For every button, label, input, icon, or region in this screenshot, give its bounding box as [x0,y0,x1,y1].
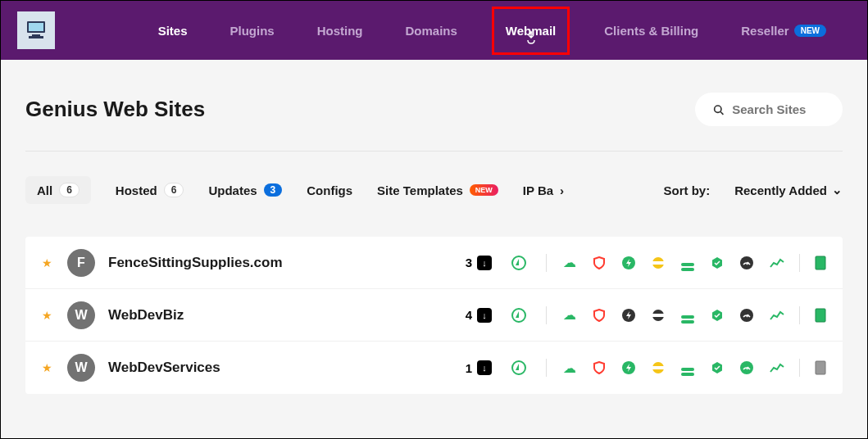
shield-icon[interactable] [593,256,606,269]
updates-count: 3 [466,256,472,269]
site-list: ★ F FenceSittingSupplies.com 3 ↓ ☁ [25,237,843,394]
svg-line-6 [720,111,723,114]
shield-icon[interactable] [593,309,606,322]
doc-icon[interactable] [815,256,826,270]
filter-all[interactable]: All 6 [25,176,91,204]
cloud-icon[interactable]: ☁ [563,307,576,323]
filter-ipba-label: IP Ba [523,183,553,197]
filter-hosted-count: 6 [164,183,184,197]
icon-divider [546,306,547,324]
nav-webmail[interactable]: Webmail [492,7,570,55]
download-icon: ↓ [477,308,492,323]
sail-icon[interactable] [511,360,526,375]
doc-icon[interactable] [815,308,826,323]
chart-icon[interactable] [770,257,784,269]
site-row[interactable]: ★ F FenceSittingSupplies.com 3 ↓ ☁ [25,237,843,289]
sort-dropdown[interactable]: Recently Added ⌄ [734,183,843,197]
filter-templates-label: Site Templates [377,183,463,197]
sort-label: Sort by: [664,183,711,197]
shield-icon[interactable] [593,361,606,374]
chevron-down-icon: ⌄ [832,183,843,197]
top-nav-header: Sites Plugins Hosting Domains Webmail Cl… [1,1,867,60]
filter-updates-label: Updates [208,183,257,197]
nav-sites[interactable]: Sites [150,17,196,44]
dash-icon[interactable] [740,309,753,322]
nav-domains[interactable]: Domains [398,17,466,44]
svg-rect-1 [29,23,43,31]
star-icon[interactable]: ★ [42,309,52,322]
bolt-icon[interactable] [622,361,635,374]
cloud-icon[interactable]: ☁ [563,255,576,270]
updates-count: 1 [466,361,472,375]
chart-icon[interactable] [770,310,784,321]
dash-icon[interactable] [740,361,753,374]
download-icon: ↓ [477,360,492,375]
filter-ipba[interactable]: IP Ba › [523,183,564,197]
svg-rect-13 [816,256,825,269]
doc-icon[interactable] [815,360,826,375]
dash-icon[interactable] [740,256,753,269]
logo-icon [24,20,48,41]
avatar: F [67,249,95,277]
filter-hosted[interactable]: Hosted 6 [116,183,184,197]
filter-templates[interactable]: Site Templates NEW [377,183,498,197]
bars-icon[interactable] [681,360,694,376]
chevron-right-icon: › [560,183,564,197]
disc-icon[interactable] [652,309,665,322]
main-content: Genius Web Sites All 6 Hosted 6 Updates … [1,60,867,439]
site-updates[interactable]: 3 ↓ [466,256,492,270]
disc-icon[interactable] [652,256,665,269]
site-updates[interactable]: 1 ↓ [466,360,492,375]
svg-point-4 [530,32,532,34]
filter-row: All 6 Hosted 6 Updates 3 Configs Site Te… [25,176,843,204]
templates-new-badge: NEW [470,184,498,196]
site-name[interactable]: WebDevServices [108,360,466,376]
search-icon [713,103,724,116]
icon-divider [546,254,547,272]
icon-divider [546,359,547,377]
site-row[interactable]: ★ W WebDevBiz 4 ↓ ☁ [25,289,843,342]
nav-menu: Sites Plugins Hosting Domains Webmail Cl… [150,7,834,55]
hex-icon[interactable] [711,309,724,322]
download-icon: ↓ [477,256,492,270]
sort-value-text: Recently Added [734,183,827,197]
svg-rect-3 [29,36,43,38]
filter-updates[interactable]: Updates 3 [208,183,282,197]
star-icon[interactable]: ★ [42,361,52,374]
service-icons: ☁ [563,307,784,324]
nav-reseller[interactable]: Reseller NEW [733,17,834,44]
nav-hosting[interactable]: Hosting [309,17,371,44]
service-icons: ☁ [563,255,784,271]
site-updates[interactable]: 4 ↓ [466,308,492,323]
nav-clients-billing[interactable]: Clients & Billing [596,17,707,44]
sail-icon[interactable] [511,256,526,270]
svg-point-5 [715,106,721,112]
updates-count: 4 [466,308,472,322]
divider [25,151,843,152]
chart-icon[interactable] [770,362,784,373]
filter-updates-count: 3 [264,183,283,197]
filter-configs[interactable]: Configs [307,183,352,197]
star-icon[interactable]: ★ [42,256,52,269]
site-name[interactable]: WebDevBiz [108,307,466,324]
disc-icon[interactable] [652,361,665,374]
hex-icon[interactable] [711,256,724,269]
sail-icon[interactable] [511,308,526,323]
avatar: W [67,354,95,382]
bolt-icon[interactable] [622,309,635,322]
svg-rect-2 [32,34,40,36]
cloud-icon[interactable]: ☁ [563,360,576,376]
filter-all-label: All [37,183,52,197]
bars-icon[interactable] [681,255,694,271]
svg-rect-21 [816,309,825,322]
search-input[interactable] [732,102,825,116]
hex-icon[interactable] [711,361,724,374]
site-row[interactable]: ★ W WebDevServices 1 ↓ ☁ [25,342,843,394]
bars-icon[interactable] [681,307,694,324]
nav-plugins[interactable]: Plugins [222,17,283,44]
site-name[interactable]: FenceSittingSupplies.com [108,255,466,271]
svg-rect-10 [652,261,664,265]
search-box[interactable] [695,93,843,126]
bolt-icon[interactable] [622,256,635,269]
logo[interactable] [17,11,55,49]
